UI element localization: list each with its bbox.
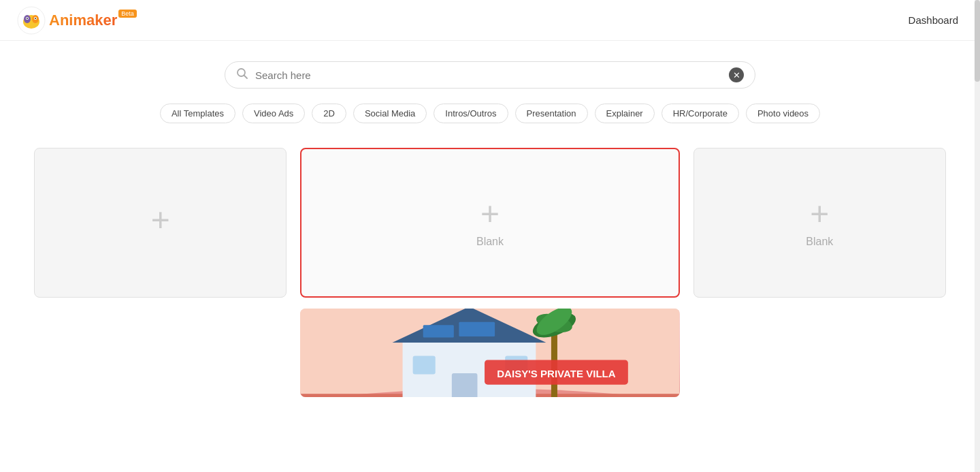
blank-card-selected[interactable]: + Blank	[300, 148, 679, 298]
scrollbar-thumb[interactable]	[975, 0, 980, 82]
main-content: ✕ All Templates Video Ads 2D Social Medi…	[14, 41, 966, 397]
search-area: ✕	[14, 61, 966, 89]
search-input[interactable]	[255, 69, 729, 81]
category-pill-hr-corporate[interactable]: HR/Corporate	[662, 104, 739, 123]
blank-card-left-partial[interactable]: +	[34, 148, 287, 298]
svg-line-9	[244, 76, 248, 79]
search-icon	[236, 67, 248, 82]
close-icon: ✕	[733, 70, 740, 80]
blank-card-right-partial[interactable]: + Blank	[693, 148, 946, 298]
category-pill-photo-videos[interactable]: Photo videos	[746, 104, 820, 123]
template-col-left-partial: +	[34, 148, 287, 397]
plus-icon-right: +	[810, 198, 829, 230]
category-pill-intros-outros[interactable]: Intros/Outros	[434, 104, 508, 123]
svg-rect-16	[459, 322, 495, 336]
template-col-center: + Blank	[300, 148, 679, 397]
search-bar: ✕	[225, 61, 755, 89]
category-pill-video-ads[interactable]: Video Ads	[242, 104, 305, 123]
logo-text: Animaker	[49, 12, 117, 29]
category-pills: All Templates Video Ads 2D Social Media …	[14, 104, 966, 123]
svg-rect-15	[423, 325, 454, 337]
plus-icon-left: +	[151, 204, 170, 236]
template-card-daisy-villa[interactable]: DAISY'S PRIVATE VILLA	[300, 309, 679, 397]
category-pill-social-media[interactable]: Social Media	[353, 104, 427, 123]
header: Animaker Beta Dashboard	[0, 0, 980, 41]
template-grid: + + Blank	[14, 148, 966, 397]
search-clear-button[interactable]: ✕	[729, 67, 744, 82]
svg-text:DAISY'S PRIVATE VILLA: DAISY'S PRIVATE VILLA	[497, 368, 617, 379]
category-pill-all-templates[interactable]: All Templates	[160, 104, 235, 123]
plus-icon-center: +	[480, 198, 500, 230]
svg-point-7	[35, 18, 36, 19]
animaker-logo-icon	[16, 5, 46, 35]
category-pill-explainer[interactable]: Explainer	[595, 104, 655, 123]
category-pill-presentation[interactable]: Presentation	[515, 104, 588, 123]
svg-rect-18	[413, 356, 436, 375]
svg-point-6	[27, 18, 28, 19]
blank-label-right: Blank	[806, 236, 833, 248]
svg-rect-17	[452, 373, 478, 397]
beta-badge: Beta	[118, 10, 137, 18]
template-col-right-partial: + Blank	[693, 148, 946, 397]
dashboard-link[interactable]: Dashboard	[909, 14, 964, 26]
logo-area: Animaker Beta	[16, 5, 137, 35]
category-pill-2d[interactable]: 2D	[312, 104, 346, 123]
blank-label-center: Blank	[476, 236, 504, 248]
daisy-villa-illustration: DAISY'S PRIVATE VILLA	[300, 309, 679, 397]
scrollbar-track[interactable]	[975, 0, 980, 397]
